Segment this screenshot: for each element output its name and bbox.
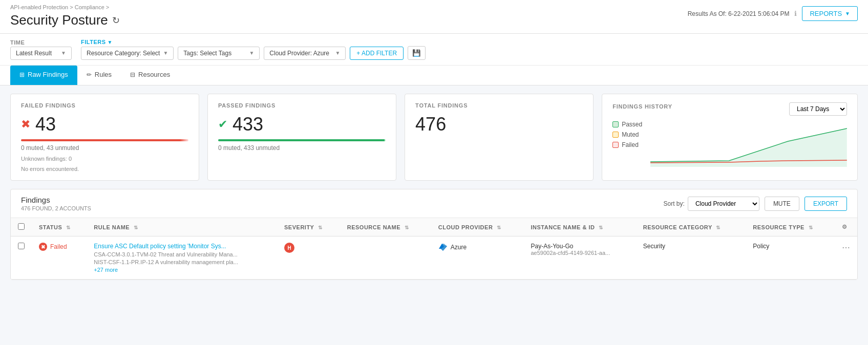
status-cell: ✖ Failed	[32, 236, 87, 279]
passed-findings-card: PASSED FINDINGS ✔ 433 0 muted, 433 unmut…	[207, 94, 396, 181]
total-label: TOTAL FINDINGS	[415, 102, 583, 109]
header-right: Results As Of: 6-22-2021 5:06:04 PM ℹ RE…	[688, 6, 858, 21]
resource-category-dropdown[interactable]: Resource Category: Select ▼	[81, 47, 174, 60]
history-header: FINDINGS HISTORY Last 7 Days Last 14 Day…	[612, 102, 847, 116]
azure-icon	[438, 243, 448, 252]
chevron-down-icon: ▼	[108, 39, 113, 45]
results-as-of: Results As Of: 6-22-2021 5:06:04 PM	[688, 10, 790, 17]
failed-extra2: No errors encountered.	[21, 166, 188, 172]
filters-label[interactable]: FILTERS ▼	[81, 39, 113, 45]
save-icon: 💾	[412, 49, 421, 57]
legend-muted: Muted	[612, 131, 642, 138]
cloud-provider-column-header[interactable]: CLOUD PROVIDER ⇅	[431, 218, 524, 236]
more-options-icon[interactable]: ⋯	[842, 243, 850, 252]
muted-legend-box	[612, 132, 619, 138]
resource-type-cell: Policy	[746, 236, 835, 279]
tab-resources[interactable]: ⊟ Resources	[121, 66, 179, 85]
rules-icon: ✏	[87, 71, 92, 78]
failed-count: 43	[35, 114, 56, 135]
failed-icon: ✖	[21, 118, 30, 131]
sort-arrows-icon: ⇅	[318, 225, 323, 230]
cloud-provider-value: Azure	[438, 243, 517, 252]
failed-number-row: ✖ 43	[21, 114, 188, 135]
tab-rules[interactable]: ✏ Rules	[77, 66, 121, 85]
rule-name-link[interactable]: Ensure ASC Default policy setting 'Monit…	[94, 243, 270, 250]
findings-header: Findings 476 FOUND, 2 ACCOUNTS Sort by: …	[11, 189, 857, 218]
rule-name-cell: Ensure ASC Default policy setting 'Monit…	[87, 236, 277, 279]
resource-type-column-header[interactable]: RESOURCE TYPE ⇅	[746, 218, 835, 236]
sort-arrows-icon: ⇅	[134, 225, 138, 230]
resource-category-column-header[interactable]: RESOURCE CATEGORY ⇅	[636, 218, 746, 236]
mute-button[interactable]: MUTE	[765, 197, 799, 211]
chevron-down-icon: ▼	[163, 50, 168, 56]
time-dropdown[interactable]: Latest Result ▼	[10, 47, 72, 60]
export-button[interactable]: EXPORT	[805, 197, 847, 211]
sort-arrows-icon: ⇅	[497, 225, 501, 230]
select-all-checkbox[interactable]	[18, 223, 25, 230]
rule-sub1: CSA-CCM-3.0.1-TVM-02 Threat and Vulnerab…	[94, 251, 270, 257]
status-column-header[interactable]: STATUS ⇅	[32, 218, 87, 236]
failed-bar	[21, 139, 188, 141]
history-label: FINDINGS HISTORY	[612, 103, 672, 110]
row-checkbox-cell[interactable]	[11, 236, 32, 279]
filters-bar: TIME Latest Result ▼ FILTERS ▼ Resource …	[0, 34, 868, 66]
refresh-icon[interactable]: ↻	[112, 15, 120, 26]
stats-row: FAILED FINDINGS ✖ 43 0 muted, 43 unmuted…	[10, 94, 858, 181]
fail-circle-icon: ✖	[39, 243, 47, 251]
save-filter-button[interactable]: 💾	[408, 46, 426, 60]
failed-legend-box	[612, 142, 619, 148]
findings-actions: Sort by: Cloud Provider Severity Status …	[664, 197, 847, 211]
row-checkbox[interactable]	[18, 243, 25, 249]
tags-dropdown[interactable]: Tags: Select Tags ▼	[178, 47, 260, 60]
chevron-down-icon: ▼	[249, 50, 254, 56]
sort-arrows-icon: ⇅	[716, 225, 721, 230]
history-time-dropdown[interactable]: Last 7 Days Last 14 Days Last 30 Days	[789, 102, 847, 116]
rule-sub2: NIST-CSF-1.1-PR.IP-12 A vulnerability ma…	[94, 259, 270, 265]
total-number-row: 476	[415, 114, 583, 135]
sort-arrows-icon: ⇅	[405, 225, 409, 230]
severity-cell: H	[277, 236, 340, 279]
grid-icon: ⊞	[19, 71, 25, 78]
failed-findings-card: FAILED FINDINGS ✖ 43 0 muted, 43 unmuted…	[10, 94, 199, 181]
tab-raw-findings[interactable]: ⊞ Raw Findings	[10, 66, 77, 85]
instance-name-column-header[interactable]: INSTANCE NAME & ID ⇅	[524, 218, 636, 236]
filter-row: Resource Category: Select ▼ Tags: Select…	[81, 46, 426, 60]
table-row: ✖ Failed Ensure ASC Default policy setti…	[11, 236, 857, 279]
instance-id: ae59002a-cfd5-4149-9261-aa...	[531, 250, 629, 256]
findings-sub: 476 FOUND, 2 ACCOUNTS	[21, 205, 91, 211]
resources-icon: ⊟	[130, 71, 135, 78]
findings-title: Findings	[21, 196, 91, 204]
settings-column-header[interactable]: ⚙	[835, 218, 857, 236]
total-count: 476	[415, 114, 446, 135]
total-findings-card: TOTAL FINDINGS 476	[405, 94, 594, 181]
findings-table: STATUS ⇅ RULE NAME ⇅ SEVERITY ⇅	[11, 218, 857, 279]
failed-label: FAILED FINDINGS	[21, 102, 188, 109]
rule-more[interactable]: +27 more	[94, 267, 270, 273]
passed-number-row: ✔ 433	[218, 114, 386, 135]
reports-button[interactable]: REPORTS ▼	[802, 6, 858, 21]
table-body: ✖ Failed Ensure ASC Default policy setti…	[11, 236, 857, 279]
resource-name-cell	[340, 236, 431, 279]
info-icon: ℹ	[794, 10, 797, 17]
cloud-provider-dropdown[interactable]: Cloud Provider: Azure ▼	[264, 47, 346, 60]
sort-arrows-icon: ⇅	[66, 225, 71, 230]
passed-bar	[218, 139, 386, 141]
chart-legend: Passed Muted Failed	[612, 121, 642, 167]
chart-svg	[650, 121, 847, 167]
resource-name-column-header[interactable]: RESOURCE NAME ⇅	[340, 218, 431, 236]
row-actions-cell[interactable]: ⋯	[835, 236, 857, 279]
add-filter-button[interactable]: + ADD FILTER	[350, 47, 404, 60]
tabs: ⊞ Raw Findings ✏ Rules ⊟ Resources	[10, 66, 858, 85]
table-header-row: STATUS ⇅ RULE NAME ⇅ SEVERITY ⇅	[11, 218, 857, 236]
chevron-down-icon: ▼	[845, 11, 850, 16]
instance-name-cell: Pay-As-You-Go ae59002a-cfd5-4149-9261-aa…	[524, 236, 636, 279]
resource-category-cell: Security	[636, 236, 746, 279]
chevron-down-icon: ▼	[335, 50, 340, 56]
sort-by-dropdown[interactable]: Cloud Provider Severity Status	[688, 197, 759, 211]
findings-title-area: Findings 476 FOUND, 2 ACCOUNTS	[21, 196, 91, 211]
severity-column-header[interactable]: SEVERITY ⇅	[277, 218, 340, 236]
rule-name-column-header[interactable]: RULE NAME ⇅	[87, 218, 277, 236]
select-all-header[interactable]	[11, 218, 32, 236]
cloud-provider-cell: Azure	[431, 236, 524, 279]
settings-icon[interactable]: ⚙	[842, 224, 848, 230]
